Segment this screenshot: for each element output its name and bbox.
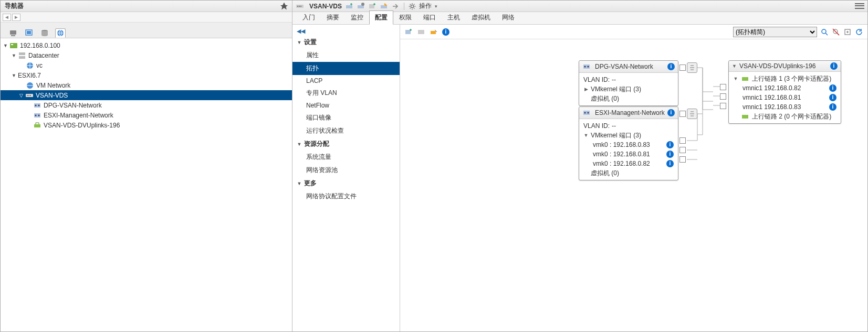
expand-icon[interactable]: ▼ xyxy=(3,42,8,48)
config-group-header[interactable]: ▼设置 xyxy=(292,36,400,49)
tree-root[interactable]: ▼ 192.168.0.100 xyxy=(1,40,292,50)
info-icon[interactable]: i xyxy=(829,84,836,92)
clear-filter-icon[interactable] xyxy=(832,28,840,36)
tab-monitor[interactable]: 监控 xyxy=(345,10,369,24)
topo-migrate-icon[interactable] xyxy=(430,28,438,36)
refresh-icon[interactable] xyxy=(855,28,863,36)
svg-rect-1 xyxy=(11,35,15,36)
config-item[interactable]: 网络资源池 xyxy=(292,164,400,177)
connector-hub[interactable] xyxy=(687,62,697,73)
svg-rect-9 xyxy=(19,56,25,59)
forward-button[interactable]: ► xyxy=(12,14,20,21)
expand-icon[interactable]: ▼ xyxy=(11,52,17,58)
topology-filter-select[interactable]: (拓扑精简) xyxy=(733,27,817,37)
collapse-icon[interactable]: ▼ xyxy=(732,63,737,69)
globe-icon xyxy=(26,61,34,70)
svg-rect-26 xyxy=(300,6,301,7)
info-icon[interactable]: i xyxy=(666,160,674,167)
tab-networks[interactable]: 网络 xyxy=(496,10,520,24)
tab-configure[interactable]: 配置 xyxy=(369,10,393,25)
config-item[interactable]: 专用 VLAN xyxy=(292,87,400,100)
topology-toolbar: i (拓扑精简) xyxy=(400,25,867,39)
actions-menu[interactable]: 操作 xyxy=(419,2,432,10)
main-panel: VSAN-VDS 操作 ▾ 入门 摘要 监控 配置 权限 端口 主机 虚拟机 网… xyxy=(292,1,867,331)
uplink-nic-row[interactable]: vmnic1 192.168.0.83i xyxy=(733,102,836,112)
connector-hub[interactable] xyxy=(687,109,697,119)
expand-icon[interactable]: ▽ xyxy=(18,92,24,98)
action-edit-icon[interactable] xyxy=(380,2,388,10)
action-manage-hosts-icon[interactable] xyxy=(357,2,365,10)
back-button[interactable]: ◄ xyxy=(3,14,11,21)
tab-vms[interactable]: 虚拟机 xyxy=(466,10,496,24)
topo-help-icon[interactable]: i xyxy=(442,28,449,36)
export-icon[interactable] xyxy=(843,28,852,36)
config-item[interactable]: 属性 xyxy=(292,49,400,62)
svg-point-36 xyxy=(822,29,826,34)
vmkernel-row[interactable]: vmk0 : 192.168.0.81i xyxy=(583,149,674,159)
inventory-tree: ▼ 192.168.0.100 ▼ Datacenter vc ▼ ESXI6.… xyxy=(1,38,292,331)
main-tabs: 入门 摘要 监控 配置 权限 端口 主机 虚拟机 网络 xyxy=(292,12,867,25)
uplink-nic-row[interactable]: vmnic1 192.168.0.81i xyxy=(733,93,836,102)
tree-esxi[interactable]: ▼ ESXI6.7 xyxy=(1,70,292,80)
info-icon[interactable]: i xyxy=(829,94,836,101)
info-icon[interactable]: i xyxy=(830,62,838,70)
uplink-row[interactable]: ▼上行链路 1 (3 个网卡适配器) xyxy=(733,74,836,83)
config-item[interactable]: 拓扑 xyxy=(292,62,400,75)
port-connector xyxy=(679,65,686,71)
storage-view-tab[interactable] xyxy=(39,28,50,38)
info-icon[interactable]: i xyxy=(666,141,674,148)
info-icon[interactable]: i xyxy=(667,109,675,116)
vms-view-tab[interactable] xyxy=(24,28,34,38)
tree-datacenter[interactable]: ▼ Datacenter xyxy=(1,50,292,60)
tab-ports[interactable]: 端口 xyxy=(417,10,442,24)
tree-mgmt[interactable]: ESXI-Managent-Network xyxy=(1,110,292,120)
tab-summary[interactable]: 摘要 xyxy=(321,10,345,24)
vmkernel-row[interactable]: vmk0 : 192.168.0.82i xyxy=(583,159,674,168)
expand-icon[interactable]: ▶ xyxy=(583,87,589,92)
svg-point-41 xyxy=(588,66,589,68)
pin-icon[interactable] xyxy=(280,3,288,10)
panel-menu-icon[interactable] xyxy=(855,3,864,10)
svg-point-29 xyxy=(361,3,364,6)
tree-vmnetwork[interactable]: VM Network xyxy=(1,80,292,90)
config-item[interactable]: 运行状况检查 xyxy=(292,124,400,137)
config-item[interactable]: LACP xyxy=(292,75,400,87)
topology-canvas[interactable]: DPG-VSAN-Network i VLAN ID: -- ▶VMkernel… xyxy=(400,39,867,331)
collapse-sidebar-button[interactable]: ◀◀ xyxy=(292,27,400,36)
config-item[interactable]: NetFlow xyxy=(292,100,400,111)
tree-dpg[interactable]: DPG-VSAN-Network xyxy=(1,100,292,110)
config-group-header[interactable]: ▼更多 xyxy=(292,177,400,190)
expand-icon[interactable]: ▼ xyxy=(11,72,17,78)
svg-rect-22 xyxy=(34,124,40,127)
config-item[interactable]: 端口镜像 xyxy=(292,111,400,124)
config-item[interactable]: 系统流量 xyxy=(292,151,400,164)
info-icon[interactable]: i xyxy=(829,103,836,111)
tree-vsan-vds[interactable]: ▽ VSAN-VDS xyxy=(1,90,292,100)
topo-add-portgroup-icon[interactable] xyxy=(404,28,413,36)
tab-hosts[interactable]: 主机 xyxy=(442,10,466,24)
tree-uplinks[interactable]: VSAN-VDS-DVUplinks-196 xyxy=(1,120,292,130)
hosts-view-tab[interactable] xyxy=(8,28,18,38)
tree-vc[interactable]: vc xyxy=(1,60,292,70)
action-migrate-icon[interactable] xyxy=(391,2,400,10)
topo-manage-icon[interactable] xyxy=(417,28,425,36)
uplink-row[interactable]: 上行链路 2 (0 个网卡适配器) xyxy=(733,112,836,121)
collapse-icon[interactable]: ▼ xyxy=(583,133,589,138)
svg-point-32 xyxy=(411,5,413,7)
portgroup-icon xyxy=(33,101,41,110)
topology-view: i (拓扑精简) xyxy=(400,25,867,331)
tab-permissions[interactable]: 权限 xyxy=(393,10,417,24)
config-group-header[interactable]: ▼资源分配 xyxy=(292,137,400,151)
svg-rect-45 xyxy=(742,77,748,81)
info-icon[interactable]: i xyxy=(667,63,675,70)
vmkernel-row[interactable]: vmk0 : 192.168.0.83i xyxy=(583,140,674,149)
uplink-nic-row[interactable]: vmnic1 192.168.0.82i xyxy=(733,83,836,93)
uplink-port xyxy=(720,84,726,90)
search-icon[interactable] xyxy=(820,28,829,36)
tab-getting-started[interactable]: 入门 xyxy=(297,10,321,24)
info-icon[interactable]: i xyxy=(666,151,674,158)
config-item[interactable]: 网络协议配置文件 xyxy=(292,190,400,203)
networking-view-tab[interactable] xyxy=(55,28,66,38)
action-add-host-icon[interactable] xyxy=(345,2,353,10)
action-new-portgroup-icon[interactable] xyxy=(368,2,377,10)
